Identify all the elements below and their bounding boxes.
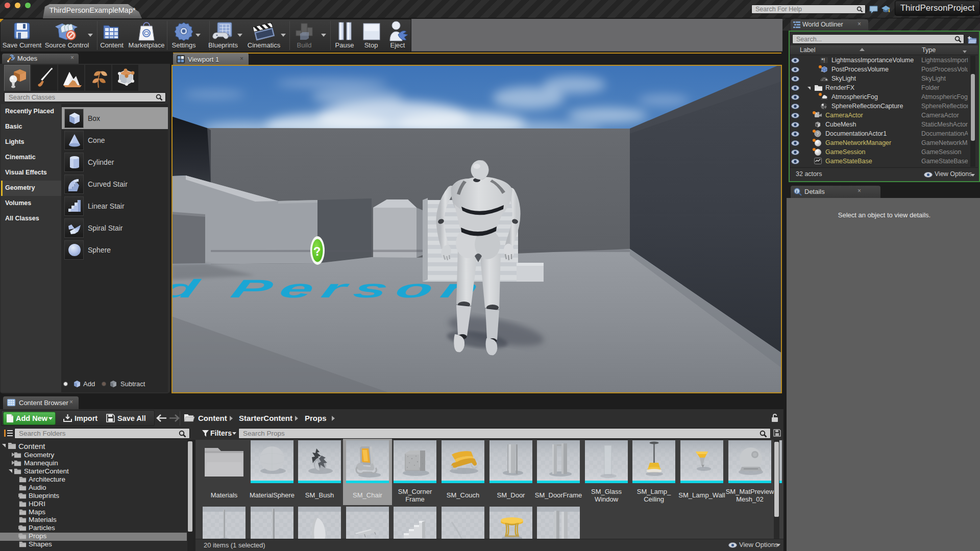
svg-text:+: + — [821, 69, 823, 73]
svg-text:?: ? — [816, 131, 819, 136]
svg-text:?: ? — [313, 244, 322, 258]
svg-text:*!: *! — [821, 57, 825, 63]
